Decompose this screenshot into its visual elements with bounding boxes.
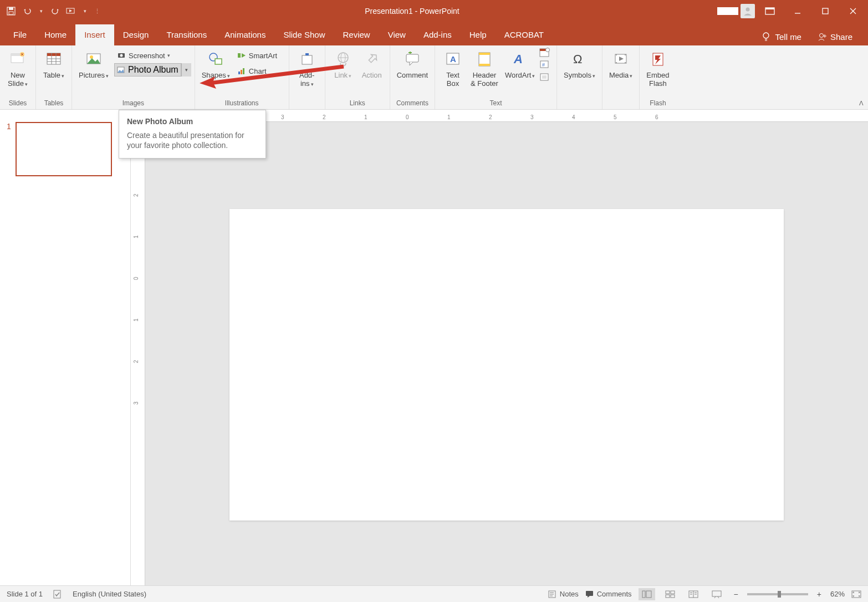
comment-button[interactable]: Comment [394,48,431,80]
pictures-button[interactable]: Pictures [75,48,112,81]
group-slides-label: Slides [3,99,32,109]
addins-icon [299,49,315,70]
save-icon[interactable] [4,4,18,18]
close-button[interactable] [840,0,866,22]
chart-icon [237,66,247,76]
tab-slideshow[interactable]: Slide Show [274,24,334,45]
table-icon [45,49,62,70]
textbox-button[interactable]: A Text Box [438,48,467,89]
table-button[interactable]: Table [39,48,68,81]
media-button[interactable]: Media [606,48,636,81]
header-footer-icon [477,49,492,70]
shapes-button[interactable]: Shapes [198,48,233,81]
svg-point-52 [546,48,550,52]
date-time-icon[interactable] [539,48,550,58]
wordart-label: WordArt [505,71,535,80]
spellcheck-icon[interactable] [53,590,63,599]
tab-acrobat[interactable]: ACROBAT [496,24,553,45]
svg-rect-32 [215,59,222,64]
tab-transitions[interactable]: Transitions [157,24,216,45]
zoom-out-button[interactable]: − [732,590,741,599]
qat-dropdown-icon[interactable]: ▾ [81,8,89,14]
tab-home[interactable]: Home [35,24,75,45]
tab-design[interactable]: Design [114,24,158,45]
maximize-button[interactable] [813,0,838,22]
object-icon[interactable] [539,72,550,82]
status-language[interactable]: English (United States) [73,590,146,598]
notes-button[interactable]: Notes [548,590,579,598]
embed-flash-button[interactable]: Embed Flash [643,48,672,89]
svg-rect-75 [666,595,670,598]
zoom-slider-handle[interactable] [778,591,781,598]
share-button[interactable]: Share [811,28,858,45]
thumb-number: 1 [7,122,11,176]
svg-rect-35 [241,70,242,74]
tab-view[interactable]: View [379,24,415,45]
slide-number-icon[interactable]: # [539,60,550,70]
zoom-slider[interactable] [747,593,808,595]
wordart-button[interactable]: A WordArt [502,48,538,81]
link-button[interactable]: Link [329,48,358,81]
tab-insert[interactable]: Insert [75,24,114,45]
svg-point-27 [90,55,93,59]
header-footer-button[interactable]: Header & Footer [467,48,502,89]
addins-button[interactable]: Add- ins [293,48,321,90]
start-from-beginning-icon[interactable] [65,4,78,18]
svg-rect-21 [47,53,60,56]
photo-album-label: Photo Album [128,65,178,75]
quick-access-toolbar: ▾ ▾ ⋮ [0,4,107,18]
tab-help[interactable]: Help [461,24,496,45]
thumb-preview [16,122,112,176]
symbols-button[interactable]: Ω Symbols [560,48,599,81]
new-slide-button[interactable]: New Slide [3,48,32,90]
smartart-icon [237,50,247,60]
slide-editor: 6 5 4 3 2 1 0 1 2 3 4 5 6 3 2 1 0 1 2 3 [131,110,868,585]
action-button[interactable]: Action [358,48,386,80]
svg-point-60 [616,62,617,63]
minimize-button[interactable] [785,0,810,22]
tab-file[interactable]: File [4,24,35,45]
screenshot-button[interactable]: Screenshot ▾ [114,48,191,63]
ribbon-display-options-icon[interactable] [757,0,783,22]
fit-to-window-icon[interactable] [851,590,861,598]
slide-sorter-view-icon[interactable] [662,588,678,600]
photo-album-icon [117,66,126,74]
undo-icon[interactable] [21,4,34,18]
tab-animations[interactable]: Animations [216,24,274,45]
canvas-area[interactable] [145,122,868,585]
slide-canvas[interactable] [229,209,784,521]
svg-rect-83 [712,591,721,596]
qat-customize-icon[interactable]: ⋮ [92,8,103,15]
photo-album-dropdown[interactable]: ▾ [181,63,191,76]
redo-icon[interactable] [48,4,62,18]
textbox-icon: A [445,49,461,70]
tab-review[interactable]: Review [334,24,379,45]
svg-rect-6 [765,8,774,9]
tab-addins[interactable]: Add-ins [415,24,461,45]
undo-dropdown-icon[interactable]: ▾ [38,8,45,14]
account-name-box[interactable] [717,7,738,15]
zoom-percentage[interactable]: 62% [830,590,845,598]
tell-me-search[interactable]: Tell me [757,28,806,45]
group-comments-label: Comments [394,99,431,109]
zoom-in-button[interactable]: + [815,590,824,599]
chart-button[interactable]: Chart [234,63,279,79]
slide-thumbnail-1[interactable]: 1 [7,122,124,176]
smartart-button[interactable]: SmartArt [234,48,279,63]
user-avatar-icon[interactable] [741,4,755,18]
collapse-ribbon-icon[interactable]: ᐱ [859,100,864,107]
photo-album-button[interactable]: Photo Album [114,63,181,76]
svg-text:#: # [542,62,545,68]
group-slides: New Slide Slides [0,45,36,109]
reading-view-icon[interactable] [685,588,702,600]
comments-button[interactable]: Comments [585,590,632,598]
header-footer-label: Header & Footer [471,71,498,88]
svg-point-29 [120,54,122,57]
svg-rect-37 [302,55,312,64]
svg-point-61 [625,54,626,55]
slideshow-view-icon[interactable] [708,588,725,600]
group-addins: Add- ins [289,45,325,109]
group-illustrations: Shapes SmartArt Chart Illustrations [195,45,289,109]
group-illustrations-label: Illustrations [198,99,285,109]
normal-view-icon[interactable] [639,588,655,600]
